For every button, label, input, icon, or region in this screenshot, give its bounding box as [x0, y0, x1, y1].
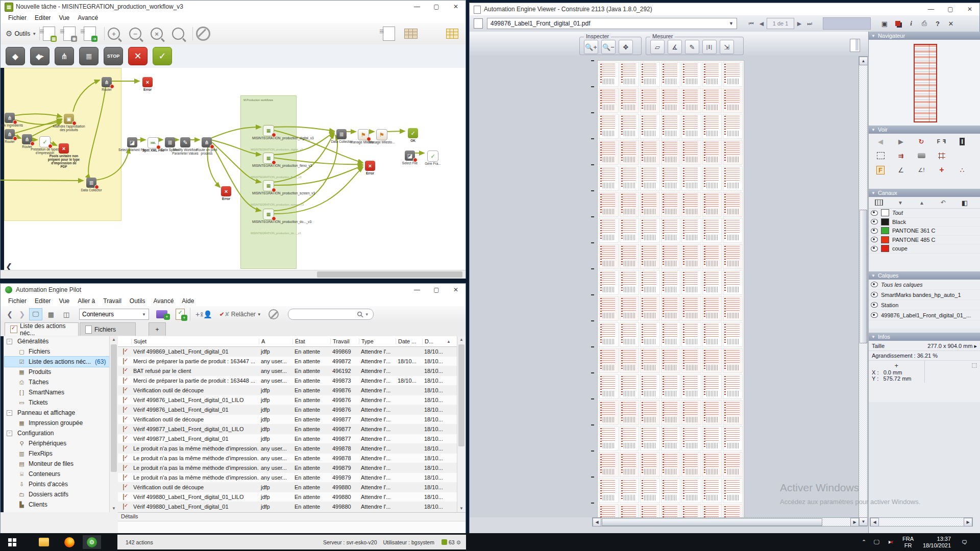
infos-panel-header[interactable]: Infos — [869, 333, 980, 341]
menu-item[interactable]: Editer — [31, 13, 54, 22]
workflow-node[interactable]: ✓ Gère Fra... — [427, 151, 438, 162]
workflow-node[interactable]: ▦ MISINTEGRATION_production_digital_v3 M… — [263, 125, 274, 136]
workflow-node[interactable]: ⋔ Router — [5, 129, 15, 139]
menu-item[interactable]: Fichier — [5, 13, 30, 22]
menu-item[interactable]: Editer — [31, 296, 54, 306]
separations-icon[interactable] — [891, 18, 904, 29]
view-grid-icon[interactable]: ▦ — [44, 308, 58, 320]
workflow-node[interactable]: ✓ Préstation de types d'impression — [39, 136, 51, 147]
table-row[interactable]: Vérification outil de découpe jdfp En at… — [118, 386, 457, 395]
tab-actions-list[interactable]: Liste des actions néc... — [5, 322, 79, 336]
sidebar-item[interactable]: ⎙ Tâches — [5, 377, 109, 387]
help-icon[interactable]: ? — [931, 18, 944, 29]
minimize-button[interactable]: — — [921, 3, 941, 15]
volume-muted-icon[interactable]: 🕨✕ — [887, 533, 893, 551]
table-row[interactable]: Merci de préparer la partie de produit :… — [118, 376, 457, 386]
view-monitor-icon[interactable]: 🖵 — [29, 308, 42, 320]
info-icon[interactable]: i — [904, 18, 918, 29]
new-tab-button[interactable]: + — [149, 322, 166, 336]
palette-grid-icon[interactable] — [446, 29, 458, 39]
file-select[interactable]: 499876_Label1_Front_digital_01.pdf▼ — [487, 18, 737, 29]
channel-tool-icon[interactable] — [937, 198, 949, 207]
cancel-icon[interactable] — [196, 27, 210, 41]
zoom-in-tool-icon[interactable]: 🔍+ — [584, 40, 598, 54]
tray-chevron[interactable]: ⌃ — [862, 533, 866, 551]
router-tool-icon[interactable]: ⋔ — [55, 47, 74, 65]
search-input[interactable]: ⚲ ▼ — [288, 309, 374, 320]
view-tool-icon[interactable] — [955, 164, 969, 176]
menu-item[interactable]: Travail — [100, 296, 125, 306]
menu-item[interactable]: Aller à — [74, 296, 99, 306]
layer-row[interactable]: Tous les calques — [869, 280, 980, 290]
tab-files[interactable]: Fichiers — [80, 322, 136, 336]
firefox-icon[interactable] — [62, 535, 76, 549]
eye-icon[interactable] — [871, 237, 878, 242]
layer-row[interactable]: 499876_Label1_Front_digital_01_... — [869, 310, 980, 320]
ok-tool-icon[interactable]: ✓ — [153, 47, 172, 65]
barcode-icon[interactable]: |‖| — [702, 40, 717, 54]
workflow-node[interactable]: ▦ MISINTEGRATION_production_do..._v3 MIS… — [263, 209, 274, 220]
workflow-titlebar[interactable]: ▦ Nouvelle tâche - MISINTEGRATION_produc… — [1, 1, 465, 13]
prev-page-icon[interactable]: ◀ — [756, 20, 767, 27]
block-icon[interactable] — [268, 309, 279, 319]
notifications-icon[interactable]: 🗨 — [962, 533, 967, 551]
sidebar-item[interactable]: ▦ Produits — [5, 367, 109, 377]
view-tool-icon[interactable] — [874, 136, 887, 147]
workflow-node[interactable]: ✓ OK — [408, 128, 418, 138]
channel-tool-icon[interactable] — [959, 198, 971, 207]
first-page-icon[interactable]: ⏮ — [746, 20, 756, 27]
ruler-icon[interactable]: ▱ — [650, 40, 665, 54]
table-row[interactable]: Vérif 499876_Label1_Front_digital_01 jdf… — [118, 405, 457, 415]
zoom-field[interactable] — [823, 17, 871, 30]
layers-panel-header[interactable]: Calques — [869, 271, 980, 280]
caliper-icon[interactable]: ∡ — [668, 40, 682, 54]
sidebar-item[interactable]: ⇩ Points d'accès — [5, 479, 109, 489]
file-explorer-icon[interactable] — [37, 535, 51, 549]
table-scrollbar[interactable]: ▲▼ — [457, 336, 465, 512]
navigator-thumbnail[interactable] — [914, 44, 937, 122]
sidebar-item[interactable]: ☑ Liste des actions néc... (63) — [5, 357, 109, 367]
forward-icon[interactable]: ❯ — [17, 310, 27, 318]
new-folder-icon[interactable]: + — [156, 310, 167, 318]
eye-icon[interactable] — [871, 219, 878, 224]
view-tool-icon[interactable] — [894, 136, 908, 147]
layer-row[interactable]: SmartMarks bandes_hp_auto_1 — [869, 290, 980, 300]
close-button[interactable]: ✕ — [960, 3, 979, 15]
viewer-vscrollbar[interactable]: ▲ ▼ — [859, 56, 868, 527]
view-tool-icon[interactable] — [894, 164, 908, 176]
list-tool-icon[interactable]: ≣ — [79, 47, 99, 65]
zoom-out-tool-icon[interactable]: 🔍− — [601, 40, 616, 54]
workflow-node[interactable]: ⋔ Check ingredients — [5, 113, 15, 123]
maximize-button[interactable]: ▢ — [427, 284, 446, 296]
eye-icon[interactable] — [871, 292, 878, 297]
table-row[interactable]: Le produit n'a pas la même méthode d'imp… — [118, 454, 457, 463]
sidebar-item[interactable]: Généralités — [5, 336, 109, 346]
workflow-hscrollbar[interactable] — [1, 270, 465, 279]
view-panel-header[interactable]: Voir — [869, 126, 980, 134]
workflow-node[interactable]: × Pools unitaire non préparé pour le typ… — [59, 143, 69, 154]
table-row[interactable]: Vérif 499880_Label1_Front_digital_01_LIL… — [118, 492, 457, 502]
workflow-node[interactable]: ⚑ Manage Milesto... — [358, 129, 369, 140]
table-row[interactable]: Vérif 499876_Label1_Front_digital_01_LIL… — [118, 395, 457, 405]
expand-icon[interactable]: ▸ — [974, 343, 977, 349]
table-row[interactable]: Le produit n'a pas la même méthode d'imp… — [118, 444, 457, 454]
workflow-node[interactable]: × Error — [365, 161, 375, 171]
workflow-node[interactable]: ▣ Attendre l'approbation des produits — [64, 114, 74, 124]
new-ticket-icon[interactable]: ✓ + — [176, 309, 185, 320]
panel-toggle-icon[interactable] — [850, 39, 860, 52]
menu-item[interactable]: Fichier — [5, 296, 30, 306]
eye-icon[interactable] — [871, 312, 878, 318]
table-row[interactable]: Vérif 499880_Label1_Front_digital_01 jdf… — [118, 502, 457, 512]
workflow-node[interactable]: × Error — [142, 77, 153, 87]
new-page-icon[interactable] — [383, 27, 395, 41]
workflow-node[interactable]: ◪ Select Marked File — [127, 137, 137, 147]
workflow-node[interactable]: ≣ Data Splitter — [165, 137, 175, 147]
container-select[interactable]: Conteneurs▼ — [79, 309, 149, 320]
menu-item[interactable]: Aide — [178, 296, 198, 306]
zoom-in-icon[interactable]: + — [108, 28, 120, 40]
clock[interactable]: 13:3718/10/2021 — [923, 533, 951, 551]
canvas-left-arrow[interactable]: ❮ — [6, 262, 12, 270]
view-tool-icon[interactable] — [915, 164, 928, 176]
details-bar[interactable]: Détails — [118, 512, 465, 521]
sidebar-item[interactable]: ▢ Fichiers — [5, 346, 109, 357]
